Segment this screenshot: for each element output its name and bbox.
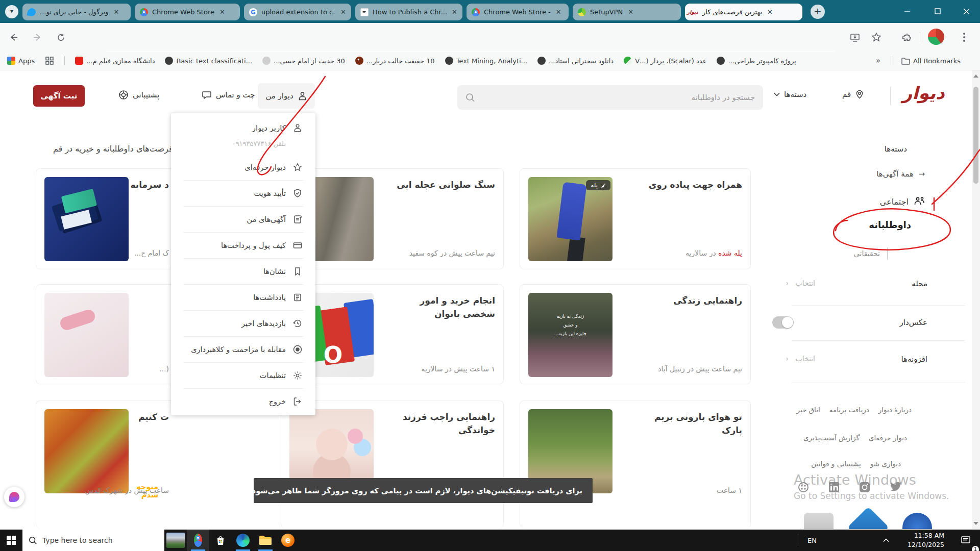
menu-item-recent-visits[interactable]: بازدیدهای اخیر [171,312,315,335]
scroll-up-icon[interactable] [973,74,978,78]
tab-close-icon[interactable]: ✕ [628,8,633,16]
footer-link[interactable]: دریافت برنامه [829,406,869,414]
reload-icon[interactable] [53,30,68,45]
district-select-button[interactable]: انتخاب ‹ [786,279,815,287]
taskbar-edge-icon[interactable] [232,530,254,551]
bookmark-item[interactable]: عدد (Scalar)، بردار (...V [624,57,706,65]
taskbar-search-input[interactable]: Type here to search [22,530,164,551]
bookmark-item[interactable]: Text Mining, Analyti... [445,57,527,65]
photo-filter-toggle[interactable] [772,316,794,329]
tab-close-icon[interactable]: ✕ [767,8,773,16]
ad-card[interactable]: ت کنیم ساعت پیش در شهرک قدس [36,400,282,528]
profile-avatar[interactable] [928,29,944,45]
extensions-icon[interactable] [899,30,915,45]
footer-link[interactable]: پشتیبانی و قوانین [811,460,861,468]
tab-close-icon[interactable]: ✕ [219,8,225,16]
ad-title: همراه جهت پیاده روی [649,178,742,191]
action-center-icon[interactable]: 1 [954,530,977,551]
menu-item-settings[interactable]: تنظیمات [171,364,315,387]
browser-tab[interactable]: SetupVPN ✕ [573,4,681,20]
chat-calls-button[interactable]: چت و تماس [202,90,255,100]
tab-close-icon[interactable]: ✕ [340,8,346,16]
menu-item-notes[interactable]: یادداشت‌ها [171,286,315,309]
grid-icon[interactable] [45,56,54,65]
browser-tab-active[interactable]: دیوار بهترین فرصت‌های کار ✕ [685,4,802,20]
bookmark-item[interactable]: پروژه کامپیوتر طراحی... [717,57,796,65]
taskbar-file-explorer-icon[interactable] [254,530,277,551]
chat-widget-button[interactable] [4,487,24,507]
browser-tab[interactable]: Chrome Web Store ✕ [135,4,240,20]
apps-shortcut[interactable]: Apps [7,57,35,65]
language-indicator[interactable]: EN [807,537,817,544]
bookmark-item[interactable]: 30 حدیث از امام حسی... [262,57,345,65]
bookmark-item[interactable]: دانلود سخنرانی استاد... [537,57,614,65]
ad-card[interactable]: زندگی یه بازیه و عشق جایزه این بازیه... … [520,284,751,384]
page-scrollbar[interactable] [972,70,980,529]
forward-icon[interactable] [30,30,45,45]
taskbar-app-icon[interactable]: e [277,530,299,551]
browser-tab[interactable]: ویرگول - جایی برای نو... ✕ [22,4,131,20]
post-ad-button[interactable]: ثبت آگهی [33,85,85,107]
tray-chevron-up-icon[interactable] [883,538,889,542]
menu-user-block[interactable]: کاربر دیوار تلفن ۰۹۱۹۳۵۷۷۳۱۶ [171,116,315,156]
trust-badge[interactable] [804,513,834,529]
bookmark-item[interactable]: Basic text classificati... [165,57,252,65]
back-icon[interactable] [6,30,21,45]
start-button[interactable] [0,530,22,551]
categories-dropdown[interactable]: دسته‌ها [774,90,806,99]
my-divar-button[interactable]: دیوار من [258,83,315,109]
tab-close-icon[interactable]: ✕ [556,8,561,16]
footer-link[interactable]: اتاق خبر [796,406,820,414]
city-selector[interactable]: قم [842,90,864,99]
ad-card[interactable]: راهنمایی راجب فرزند خواندگی [281,400,504,528]
scrollbar-thumb[interactable] [973,87,978,184]
tab-search-chevron-icon[interactable]: ▾ [5,5,18,18]
footer-link[interactable]: دیواری شو [870,460,901,468]
scroll-down-icon[interactable] [973,522,978,525]
browser-tab[interactable]: G upload extension to c... ✕ [244,4,351,20]
browser-tab[interactable]: Chrome Web Store - ✕ [467,4,569,20]
scroll-icon [293,215,302,224]
sidebar-item-research[interactable]: تحقیقاتی [854,247,888,260]
bookmarks-overflow-chevron[interactable]: » [876,56,880,65]
bookmark-star-icon[interactable] [869,30,884,45]
tab-close-icon[interactable]: ✕ [113,8,119,16]
trust-badge[interactable] [847,507,889,529]
menu-item-divar-pro[interactable]: دیوار حرفه‌ای [171,156,315,179]
menu-item-wallet-payments[interactable]: کیف پول و پرداخت‌ها [171,234,315,257]
ad-card[interactable]: تو هوای بارونی بریم پارک ۱ ساعت [520,400,751,528]
bookmark-item[interactable]: 10 حقیقت جالب دربار... [355,57,435,65]
menu-item-identity-verification[interactable]: تأیید هویت [171,182,315,205]
sidebar-item-all-ads[interactable]: → همهٔ آگهی‌ها [876,169,925,179]
install-icon[interactable] [847,30,863,45]
sidebar-item-social[interactable]: اجتماعی [880,196,925,207]
menu-item-my-ads[interactable]: آگهی‌های من [171,208,315,231]
footer-link[interactable]: دیوار حرفه‌ای [869,434,907,442]
new-tab-button[interactable]: + [811,5,825,19]
divar-logo[interactable]: دیوار [902,83,945,103]
taskbar-clock[interactable]: 11:58 AM 12/10/2025 [908,531,944,549]
addons-select-button[interactable]: انتخاب ‹ [786,355,815,363]
tab-close-icon[interactable]: ✕ [452,8,457,16]
window-minimize-button[interactable] [894,0,920,22]
support-button[interactable]: پشتیبانی [118,90,159,100]
ad-card[interactable]: پله همراه جهت پیاده روی پله شده در سالار… [520,168,751,269]
menu-item-logout[interactable]: خروج [171,390,315,413]
all-bookmarks-button[interactable]: All Bookmarks [901,57,961,65]
browser-tab[interactable]: ✒ How to Publish a Chr... ✕ [355,4,462,20]
window-maximize-button[interactable] [925,0,950,22]
footer-link[interactable]: دربارهٔ دیوار [878,406,912,414]
taskbar-chrome-icon[interactable] [187,530,209,551]
taskbar-store-icon[interactable] [209,530,232,551]
menu-item-fraud-protection[interactable]: مقابله با مزاحمت و کلاهبرداری [171,338,315,361]
window-close-button[interactable] [953,0,979,22]
bookmark-item[interactable]: دانشگاه مجازی فیلم م... [75,57,155,65]
trust-badge[interactable] [902,513,932,529]
widgets-thumbnail[interactable] [164,530,187,551]
menu-item-bookmarks[interactable]: نشان‌ها [171,260,315,283]
search-input[interactable]: جستجو در داوطلبانه [457,85,763,110]
footer-link[interactable]: گزارش آسیب‌پذیری [803,434,860,442]
notification-dismiss-button[interactable]: متوجه شدم [136,483,158,499]
sidebar-item-voluntary-selected[interactable]: داوطلبانه [869,219,911,230]
browser-menu-icon[interactable] [957,30,972,45]
